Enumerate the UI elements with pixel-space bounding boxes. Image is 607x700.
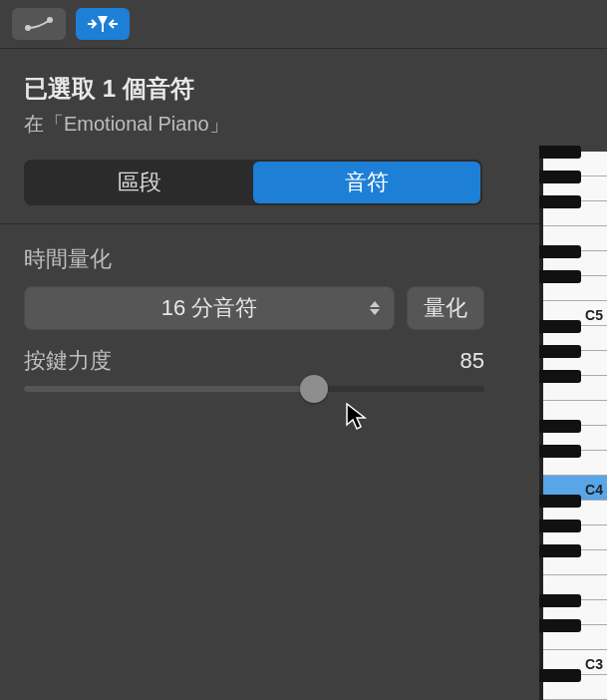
quantize-select[interactable]: 16 分音符	[24, 286, 395, 330]
black-key[interactable]	[539, 619, 581, 632]
quantize-value: 16 分音符	[161, 293, 258, 323]
selection-subtitle: 在「Emotional Piano」	[24, 111, 583, 138]
key-label-c5: C5	[585, 307, 603, 323]
key-label-c3: C3	[585, 656, 603, 672]
key-g4[interactable]	[543, 376, 607, 401]
black-key[interactable]	[539, 544, 581, 557]
tab-region[interactable]: 區段	[26, 162, 253, 203]
black-key[interactable]	[539, 345, 581, 358]
black-key[interactable]	[539, 495, 581, 508]
black-key[interactable]	[539, 245, 581, 258]
key-d3[interactable]	[543, 625, 607, 650]
slider-fill	[24, 386, 314, 392]
key-d4[interactable]	[543, 451, 607, 476]
tab-note[interactable]: 音符	[253, 162, 480, 203]
black-key[interactable]	[539, 146, 581, 159]
filter-icon	[86, 14, 120, 34]
black-key[interactable]	[539, 669, 581, 682]
key-b2[interactable]	[543, 675, 607, 700]
black-key[interactable]	[539, 370, 581, 383]
black-key[interactable]	[539, 594, 581, 607]
black-key[interactable]	[539, 520, 581, 532]
piano-ruler[interactable]: C5 C4 C3	[539, 152, 607, 700]
velocity-label: 按鍵力度	[24, 346, 112, 376]
note-filter-tool-button[interactable]	[76, 8, 130, 40]
key-d5[interactable]	[543, 276, 607, 301]
key-label-c4: C4	[585, 482, 603, 498]
key-g3[interactable]	[543, 550, 607, 575]
note-section: 時間量化 16 分音符 量化 按鍵力度 85	[0, 224, 508, 412]
chevron-up-down-icon	[370, 301, 380, 315]
black-key[interactable]	[539, 420, 581, 433]
selection-title: 已選取 1 個音符	[24, 73, 583, 105]
automation-tool-button[interactable]	[12, 8, 66, 40]
velocity-value: 85	[460, 348, 484, 374]
black-key[interactable]	[539, 171, 581, 183]
velocity-slider[interactable]	[24, 386, 484, 392]
black-key[interactable]	[539, 320, 581, 333]
time-quantize-label: 時間量化	[24, 244, 484, 274]
key-g5[interactable]	[543, 201, 607, 226]
segmented-control: 區段 音符	[24, 160, 482, 205]
slider-thumb[interactable]	[300, 375, 328, 403]
black-key[interactable]	[539, 195, 581, 208]
header: 已選取 1 個音符 在「Emotional Piano」	[0, 49, 607, 156]
black-key[interactable]	[539, 445, 581, 458]
automation-curve-icon	[24, 16, 54, 32]
quantize-button[interactable]: 量化	[407, 286, 484, 330]
black-key[interactable]	[539, 270, 581, 283]
top-toolbar	[0, 0, 607, 49]
